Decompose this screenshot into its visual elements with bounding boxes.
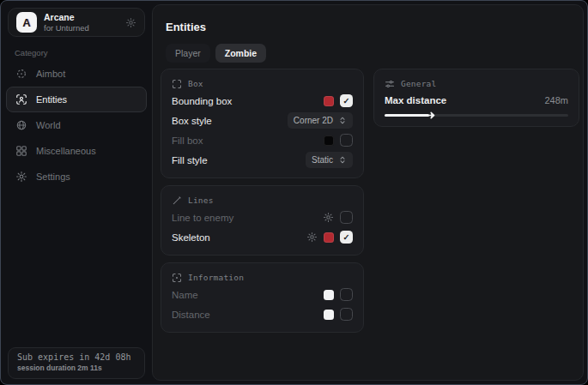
app-title: Arcane: [44, 12, 125, 23]
fill-box-row: Fill box: [172, 130, 353, 150]
subscription-card: Sub expires in 42d 08h session duration …: [8, 347, 145, 379]
gear-icon: [15, 171, 27, 183]
max-distance-value: 248m: [544, 95, 568, 105]
sidebar-item-label: Aimbot: [36, 69, 65, 79]
fill-box-label: Fill box: [172, 135, 324, 146]
grid-icon: [15, 145, 27, 157]
tab-player[interactable]: Player: [166, 44, 210, 63]
lines-card-header: Lines: [172, 193, 353, 208]
sidebar-item-entities[interactable]: Entities: [6, 87, 147, 112]
check-icon: ✓: [343, 232, 350, 242]
skeleton-color-swatch[interactable]: [324, 232, 334, 243]
bounding-box-checkbox[interactable]: ✓: [340, 94, 353, 107]
crosshair-icon: [15, 68, 27, 80]
general-card-header: General: [385, 76, 568, 91]
box-card: Box Bounding box ✓ Box style Corner 2D: [161, 69, 364, 178]
line-to-enemy-checkbox[interactable]: [340, 211, 353, 224]
name-checkbox[interactable]: [340, 288, 353, 301]
main-panel: Entities Player Zombie Box Bounding box …: [152, 4, 584, 381]
box-style-value: Corner 2D: [294, 116, 333, 125]
box-card-title: Box: [188, 79, 203, 88]
sidebar-item-label: World: [36, 120, 61, 130]
box-card-header: Box: [172, 76, 353, 91]
skeleton-row: Skeleton ✓: [172, 227, 353, 247]
app-header-card: A Arcane for Unturned: [8, 8, 145, 37]
information-card: Information Name Distance: [161, 262, 364, 333]
sidebar-item-label: Settings: [36, 171, 70, 182]
sub-expires-text: Sub expires in 42d 08h: [17, 352, 136, 362]
diagonal-line-icon: [172, 196, 182, 206]
information-card-header: Information: [172, 270, 353, 285]
app-meta: Arcane for Unturned: [44, 12, 125, 33]
max-distance-row: Max distance 248m: [385, 91, 568, 109]
gear-icon[interactable]: [323, 212, 334, 223]
fill-style-label: Fill style: [172, 155, 306, 165]
distance-checkbox[interactable]: [340, 308, 353, 321]
tab-zombie[interactable]: Zombie: [215, 44, 266, 63]
sidebar-item-world[interactable]: World: [6, 112, 147, 138]
person-scan-icon: [15, 93, 27, 105]
name-color-swatch[interactable]: [324, 290, 334, 300]
sidebar-item-label: Miscellaneous: [36, 146, 96, 156]
page-title: Entities: [166, 21, 206, 33]
line-to-enemy-label: Line to enemy: [172, 213, 323, 223]
slider-thumb-arrow-icon[interactable]: [427, 111, 437, 120]
category-label: Category: [15, 48, 48, 57]
name-label: Name: [172, 290, 324, 300]
gear-icon[interactable]: [306, 232, 318, 243]
bounding-box-color-swatch[interactable]: [324, 96, 334, 106]
fill-box-color-swatch[interactable]: [324, 135, 334, 146]
box-style-dropdown[interactable]: Corner 2D: [288, 112, 353, 129]
lines-card: Lines Line to enemy Skeleton: [161, 185, 364, 256]
slider-fill: [385, 114, 429, 117]
fill-style-value: Static: [312, 155, 333, 165]
box-style-row: Box style Corner 2D: [172, 111, 353, 130]
check-icon: ✓: [343, 96, 350, 105]
skeleton-checkbox[interactable]: ✓: [340, 231, 353, 244]
sidebar-item-aimbot[interactable]: Aimbot: [6, 61, 147, 87]
globe-icon: [15, 119, 27, 131]
max-distance-label: Max distance: [385, 95, 544, 105]
name-row: Name: [172, 285, 353, 304]
skeleton-label: Skeleton: [172, 232, 306, 243]
sidebar: A Arcane for Unturned Category A: [1, 1, 152, 384]
box-corners-icon: [172, 79, 182, 89]
chevron-updown-icon: [338, 116, 347, 125]
distance-label: Distance: [172, 310, 324, 320]
app-window: A Arcane for Unturned Category A: [0, 0, 588, 385]
distance-color-swatch[interactable]: [324, 310, 334, 320]
sidebar-item-miscellaneous[interactable]: Miscellaneous: [6, 138, 147, 164]
lines-card-title: Lines: [188, 196, 214, 205]
fill-box-checkbox[interactable]: [340, 134, 353, 147]
general-card-title: General: [401, 79, 436, 88]
chevron-updown-icon: [338, 155, 347, 165]
general-card: General Max distance 248m: [373, 69, 579, 127]
info-scan-icon: [172, 273, 182, 283]
fill-style-row: Fill style Static: [172, 150, 353, 170]
sidebar-item-label: Entities: [36, 94, 67, 105]
sidebar-nav: Aimbot Entities World: [6, 61, 147, 189]
app-subtitle: for Unturned: [44, 23, 125, 33]
bounding-box-row: Bounding box ✓: [172, 91, 353, 111]
session-duration-text: session duration 2m 11s: [17, 364, 136, 372]
line-to-enemy-row: Line to enemy: [172, 208, 353, 227]
tab-bar: Player Zombie: [166, 44, 266, 63]
sidebar-item-settings[interactable]: Settings: [6, 164, 147, 189]
bounding-box-label: Bounding box: [172, 96, 324, 106]
fill-style-dropdown[interactable]: Static: [306, 152, 353, 168]
box-style-label: Box style: [172, 116, 288, 126]
max-distance-slider[interactable]: [385, 110, 568, 120]
sliders-icon: [385, 79, 395, 89]
gear-icon[interactable]: [125, 17, 136, 28]
information-card-title: Information: [188, 273, 244, 282]
app-logo: A: [16, 12, 37, 33]
distance-row: Distance: [172, 304, 353, 324]
